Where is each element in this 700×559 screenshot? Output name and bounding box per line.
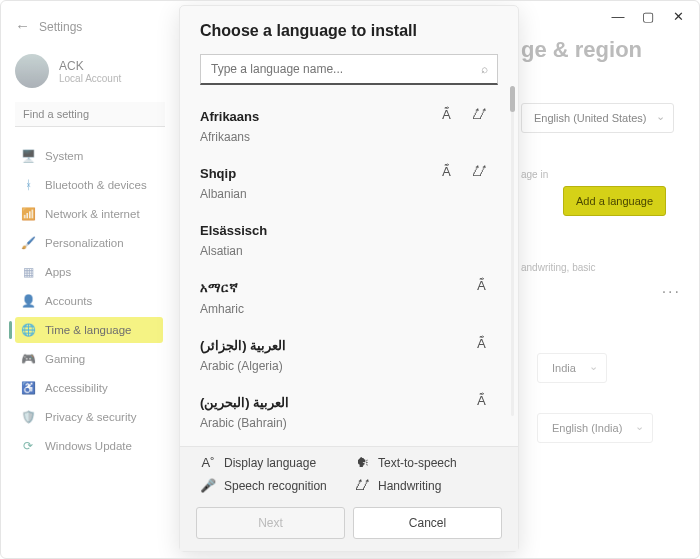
nav-icon: 👤 [21, 294, 35, 308]
minimize-button[interactable]: — [603, 5, 633, 27]
nav-icon: ♿ [21, 381, 35, 395]
feature-icon: ⌰ [473, 107, 486, 122]
cancel-button[interactable]: Cancel [353, 507, 502, 539]
language-english: Albanian [200, 187, 504, 201]
settings-label: Settings [39, 20, 163, 34]
regional-format-select[interactable]: English (India) [537, 413, 653, 443]
add-language-button[interactable]: Add a language [563, 186, 666, 216]
nav-label: System [45, 150, 83, 162]
scrollbar-thumb[interactable] [510, 86, 515, 112]
settings-sidebar: ← Settings ACK Local Account 🖥️SystemᚼBl… [1, 1, 171, 558]
feature-icon: A͊ [477, 393, 486, 408]
more-options-button[interactable]: ··· [662, 283, 681, 301]
windows-display-language-select[interactable]: English (United States) [521, 103, 674, 133]
next-button[interactable]: Next [196, 507, 345, 539]
sidebar-item-system[interactable]: 🖥️System [15, 143, 163, 169]
language-item[interactable]: AfrikaansAfrikaansA͊⌰ [200, 99, 504, 156]
page-area: ge & region English (United States) age … [521, 37, 687, 443]
language-item[interactable]: ElsässischAlsatian [200, 213, 504, 270]
find-setting-input[interactable] [15, 102, 165, 127]
legend-speech: Speech recognition [224, 479, 327, 493]
nav-icon: 🖥️ [21, 149, 35, 163]
nav-icon: 📶 [21, 207, 35, 221]
sidebar-item-bluetooth-devices[interactable]: ᚼBluetooth & devices [15, 172, 163, 198]
nav-icon: 🛡️ [21, 410, 35, 424]
language-item[interactable]: العربية (البحرين)Arabic (Bahrain)A͊ [200, 385, 504, 442]
user-block[interactable]: ACK Local Account [15, 54, 163, 88]
handwriting-icon: ⌰ [354, 478, 370, 493]
language-list: AfrikaansAfrikaansA͊⌰ShqipAlbanianA͊⌰Els… [180, 95, 518, 446]
language-item[interactable]: አማርኛAmharicA͊ [200, 270, 504, 328]
user-account: Local Account [59, 73, 121, 84]
language-english: Alsatian [200, 244, 504, 258]
sidebar-item-personalization[interactable]: 🖌️Personalization [15, 230, 163, 256]
nav-label: Apps [45, 266, 71, 278]
sidebar-item-accessibility[interactable]: ♿Accessibility [15, 375, 163, 401]
sidebar-item-accounts[interactable]: 👤Accounts [15, 288, 163, 314]
feature-icon: A͊ [477, 336, 486, 351]
country-select[interactable]: India [537, 353, 607, 383]
page-title: ge & region [521, 37, 687, 63]
sidebar-item-network-internet[interactable]: 📶Network & internet [15, 201, 163, 227]
language-english: Arabic (Algeria) [200, 359, 504, 373]
tts-icon: 🗣 [354, 455, 370, 470]
language-native: العربية (البحرين) [200, 395, 504, 410]
legend-tts: Text-to-speech [378, 456, 457, 470]
language-item[interactable]: ሰላምA͊ [200, 442, 504, 446]
language-native: አማርኛ [200, 280, 504, 296]
nav-icon: ▦ [21, 265, 35, 279]
nav-label: Network & internet [45, 208, 140, 220]
maximize-button[interactable]: ▢ [633, 5, 663, 27]
legend-display: Display language [224, 456, 316, 470]
sidebar-item-windows-update[interactable]: ⟳Windows Update [15, 433, 163, 459]
speech-icon: 🎤 [200, 478, 216, 493]
legend-hand: Handwriting [378, 479, 441, 493]
user-name: ACK [59, 59, 121, 73]
dialog-title: Choose a language to install [180, 6, 518, 50]
nav-label: Time & language [45, 324, 132, 336]
legend: A˚Display language 🗣Text-to-speech 🎤Spee… [180, 446, 518, 499]
nav-label: Gaming [45, 353, 85, 365]
avatar [15, 54, 49, 88]
nav-label: Windows Update [45, 440, 132, 452]
feature-icon: ⌰ [473, 164, 486, 179]
nav-icon: 🎮 [21, 352, 35, 366]
nav-icon: ⟳ [21, 439, 35, 453]
close-button[interactable]: ✕ [663, 5, 693, 27]
feature-icon: A͊ [442, 107, 451, 122]
sidebar-item-time-language[interactable]: 🌐Time & language [15, 317, 163, 343]
language-native: العربية (الجزائر) [200, 338, 504, 353]
language-english: Arabic (Bahrain) [200, 416, 504, 430]
nav-label: Privacy & security [45, 411, 136, 423]
sidebar-item-gaming[interactable]: 🎮Gaming [15, 346, 163, 372]
features-text: andwriting, basic [521, 262, 687, 273]
feature-icon: A͊ [442, 164, 451, 179]
nav-label: Accounts [45, 295, 92, 307]
sidebar-item-privacy-security[interactable]: 🛡️Privacy & security [15, 404, 163, 430]
nav-icon: ᚼ [21, 178, 35, 192]
language-search-input[interactable] [200, 54, 498, 85]
display-language-icon: A˚ [200, 455, 216, 470]
nav-icon: 🌐 [21, 323, 35, 337]
language-item[interactable]: ShqipAlbanianA͊⌰ [200, 156, 504, 213]
feature-icon: A͊ [477, 278, 486, 293]
language-item[interactable]: العربية (الجزائر)Arabic (Algeria)A͊ [200, 328, 504, 385]
hint-text: age in [521, 169, 687, 180]
scrollbar-track [511, 86, 514, 416]
nav-label: Bluetooth & devices [45, 179, 147, 191]
nav-label: Personalization [45, 237, 124, 249]
search-icon: ⌕ [481, 62, 488, 76]
choose-language-dialog: Choose a language to install ⌕ Afrikaans… [179, 5, 519, 552]
language-native: Elsässisch [200, 223, 504, 238]
language-english: Amharic [200, 302, 504, 316]
nav-label: Accessibility [45, 382, 108, 394]
sidebar-item-apps[interactable]: ▦Apps [15, 259, 163, 285]
nav-icon: 🖌️ [21, 236, 35, 250]
language-english: Afrikaans [200, 130, 504, 144]
